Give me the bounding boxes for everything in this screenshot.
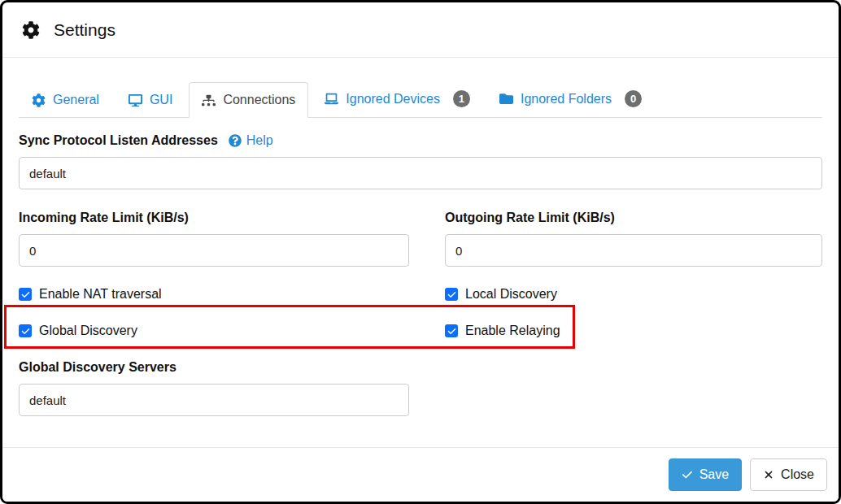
gear-icon	[32, 93, 46, 107]
help-link-label: Help	[246, 133, 273, 148]
question-circle-icon	[229, 134, 242, 147]
dialog-title: Settings	[54, 20, 115, 40]
outgoing-rate-label: Outgoing Rate Limit (KiB/s)	[445, 211, 822, 225]
close-icon	[763, 469, 774, 480]
tab-connections[interactable]: Connections	[189, 82, 308, 118]
gear-icon	[22, 21, 40, 39]
local-discovery-label[interactable]: Local Discovery	[465, 287, 557, 302]
ignored-folders-count-badge: 0	[625, 90, 642, 107]
dialog-header: Settings	[2, 2, 839, 58]
rate-limit-labels-row: Incoming Rate Limit (KiB/s) Outgoing Rat…	[19, 211, 822, 225]
save-button-label: Save	[699, 467, 729, 482]
listen-addresses-label-row: Sync Protocol Listen Addresses Help	[19, 133, 822, 148]
laptop-icon	[325, 92, 338, 106]
enable-relaying-checkbox[interactable]	[445, 324, 458, 337]
check-icon	[447, 290, 456, 299]
folder-icon	[499, 92, 513, 106]
listen-addresses-label: Sync Protocol Listen Addresses	[19, 133, 218, 148]
nat-traversal-option: Enable NAT traversal	[19, 287, 409, 302]
tab-label: Ignored Folders	[521, 92, 612, 106]
outgoing-rate-input[interactable]	[445, 234, 822, 267]
global-discovery-label[interactable]: Global Discovery	[39, 324, 137, 338]
enable-relaying-option: Enable Relaying	[445, 324, 822, 338]
nat-traversal-label[interactable]: Enable NAT traversal	[39, 287, 162, 302]
help-link[interactable]: Help	[229, 133, 273, 148]
display-icon	[129, 93, 142, 107]
incoming-rate-input[interactable]	[19, 234, 409, 267]
global-discovery-option: Global Discovery	[19, 324, 409, 338]
tab-label: Ignored Devices	[346, 92, 440, 106]
tab-label: GUI	[150, 93, 172, 107]
check-icon	[682, 469, 693, 480]
tab-label: Connections	[223, 93, 295, 107]
tab-general[interactable]: General	[19, 82, 112, 118]
dialog-footer: Save Close	[2, 447, 839, 502]
global-discovery-checkbox[interactable]	[19, 324, 32, 337]
rate-limit-inputs-row	[19, 225, 822, 267]
save-button[interactable]: Save	[669, 458, 742, 491]
close-button-label: Close	[781, 467, 814, 482]
nat-traversal-checkbox[interactable]	[19, 288, 32, 301]
dialog-body: General GUI Connections Ignored Devices …	[2, 80, 839, 416]
close-button[interactable]: Close	[750, 458, 827, 491]
tab-label: General	[53, 93, 99, 107]
tab-ignored-devices[interactable]: Ignored Devices 1	[312, 80, 483, 118]
discovery-servers-input[interactable]	[19, 384, 409, 416]
local-discovery-checkbox[interactable]	[445, 288, 458, 301]
listen-addresses-input[interactable]	[19, 157, 822, 189]
tab-gui[interactable]: GUI	[115, 82, 185, 118]
check-icon	[21, 327, 30, 336]
checkbox-row-2: Global Discovery Enable Relaying	[19, 324, 822, 338]
discovery-servers-label: Global Discovery Servers	[19, 360, 822, 375]
incoming-rate-label: Incoming Rate Limit (KiB/s)	[19, 211, 409, 225]
tab-ignored-folders[interactable]: Ignored Folders 0	[486, 80, 655, 118]
local-discovery-option: Local Discovery	[445, 287, 822, 302]
check-icon	[447, 327, 456, 336]
enable-relaying-label[interactable]: Enable Relaying	[465, 324, 560, 338]
checkbox-row-1: Enable NAT traversal Local Discovery	[19, 287, 822, 302]
check-icon	[21, 290, 30, 299]
tab-bar: General GUI Connections Ignored Devices …	[19, 80, 822, 118]
sitemap-icon	[202, 93, 216, 107]
ignored-devices-count-badge: 1	[453, 90, 470, 107]
settings-dialog: Settings General GUI Connections Ignored…	[0, 0, 841, 504]
